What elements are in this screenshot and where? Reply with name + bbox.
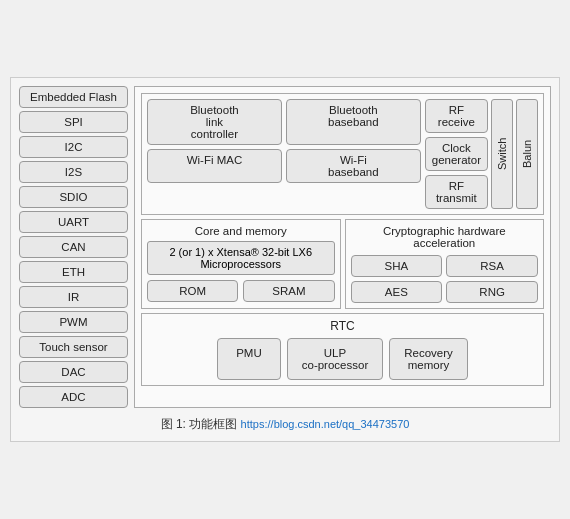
- rf-receive-block: RF receive: [425, 99, 488, 133]
- sram-block: SRAM: [243, 280, 334, 302]
- rtc-section: RTC PMU ULP co-processor Recovery memory: [141, 313, 544, 386]
- rf-right-col: RF receive Clock generator RF transmit S…: [425, 99, 538, 209]
- middle-section: Core and memory 2 (or 1) x Xtensa® 32-bi…: [141, 219, 544, 309]
- crypto-box: Cryptographic hardware acceleration SHA …: [345, 219, 545, 309]
- ir-block: IR: [19, 286, 128, 308]
- left-column: Embedded Flash SPI I2C I2S SDIO UART CAN…: [19, 86, 134, 408]
- pmu-block: PMU: [217, 338, 281, 380]
- core-box: Core and memory 2 (or 1) x Xtensa® 32-bi…: [141, 219, 341, 309]
- touch-sensor-block: Touch sensor: [19, 336, 128, 358]
- core-processor: 2 (or 1) x Xtensa® 32-bit LX6 Microproce…: [147, 241, 335, 275]
- crypto-grid: SHA RSA AES RNG: [351, 255, 539, 303]
- i2s-block: I2S: [19, 161, 128, 183]
- main-row: Embedded Flash SPI I2C I2S SDIO UART CAN…: [19, 86, 551, 408]
- pwm-block: PWM: [19, 311, 128, 333]
- dac-block: DAC: [19, 361, 128, 383]
- page-wrapper: Embedded Flash SPI I2C I2S SDIO UART CAN…: [0, 67, 570, 452]
- ulp-block: ULP co-processor: [287, 338, 383, 380]
- core-title: Core and memory: [147, 225, 335, 237]
- top-section: Bluetooth link controller Bluetooth base…: [141, 93, 544, 215]
- rng-block: RNG: [446, 281, 538, 303]
- rf-transmit-block: RF transmit: [425, 175, 488, 209]
- adc-block: ADC: [19, 386, 128, 408]
- bt-row: Bluetooth link controller Bluetooth base…: [147, 99, 421, 145]
- diagram-container: Embedded Flash SPI I2C I2S SDIO UART CAN…: [10, 77, 560, 442]
- clock-generator-block: Clock generator: [425, 137, 488, 171]
- bt-wifi-column: Bluetooth link controller Bluetooth base…: [147, 99, 421, 209]
- right-column: Bluetooth link controller Bluetooth base…: [134, 86, 551, 408]
- sdio-block: SDIO: [19, 186, 128, 208]
- balun-label: Balun: [516, 99, 538, 209]
- bt-baseband-block: Bluetooth baseband: [286, 99, 421, 145]
- caption-link[interactable]: https://blog.csdn.net/qq_34473570: [241, 418, 410, 430]
- caption-row: 图 1: 功能框图 https://blog.csdn.net/qq_34473…: [19, 416, 551, 433]
- rf-items: RF receive Clock generator RF transmit: [425, 99, 488, 209]
- rtc-title: RTC: [147, 319, 538, 333]
- spi-block: SPI: [19, 111, 128, 133]
- recovery-memory-block: Recovery memory: [389, 338, 468, 380]
- embedded-flash-block: Embedded Flash: [19, 86, 128, 108]
- eth-block: ETH: [19, 261, 128, 283]
- bt-link-controller-block: Bluetooth link controller: [147, 99, 282, 145]
- rf-column: RF receive Clock generator RF transmit S…: [425, 99, 538, 209]
- rtc-items: PMU ULP co-processor Recovery memory: [147, 338, 538, 380]
- caption-text: 图 1: 功能框图: [161, 417, 238, 431]
- i2c-block: I2C: [19, 136, 128, 158]
- sha-block: SHA: [351, 255, 443, 277]
- switch-label: Switch: [491, 99, 513, 209]
- crypto-title: Cryptographic hardware acceleration: [351, 225, 539, 249]
- wifi-mac-block: Wi-Fi MAC: [147, 149, 282, 183]
- wifi-row: Wi-Fi MAC Wi-Fi baseband: [147, 149, 421, 183]
- rom-block: ROM: [147, 280, 238, 302]
- can-block: CAN: [19, 236, 128, 258]
- aes-block: AES: [351, 281, 443, 303]
- rsa-block: RSA: [446, 255, 538, 277]
- wifi-baseband-block: Wi-Fi baseband: [286, 149, 421, 183]
- uart-block: UART: [19, 211, 128, 233]
- rom-sram-row: ROM SRAM: [147, 280, 335, 302]
